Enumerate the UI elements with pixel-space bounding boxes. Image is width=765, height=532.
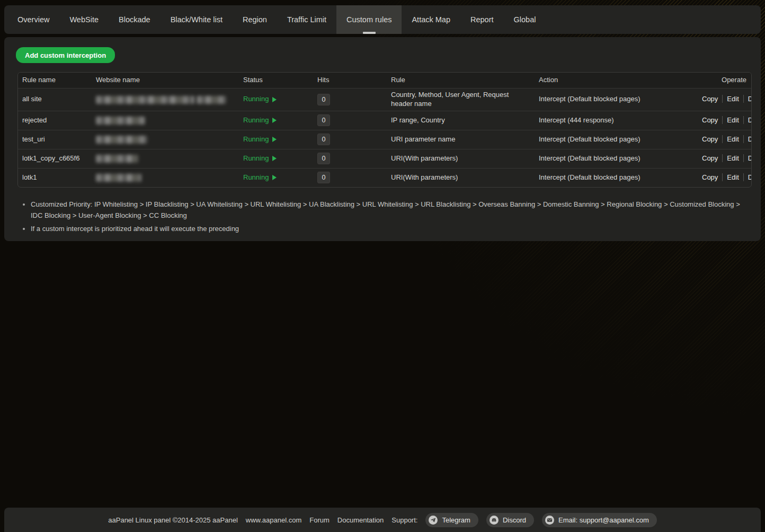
rule-name: lotk1_copy_c665f6 <box>18 152 92 165</box>
forum-link[interactable]: Forum <box>309 516 330 524</box>
notes-list: Customized Priority: IP Whitelisting > I… <box>13 199 752 235</box>
play-icon <box>272 97 277 102</box>
top-nav-bar: Overview WebSite Blockade Black/White li… <box>4 5 761 34</box>
col-header-action: Action <box>535 74 693 87</box>
rule-summary: IP range, Country <box>387 114 535 127</box>
rule-summary: URI(With parameters) <box>387 152 535 165</box>
website-name-redacted <box>92 133 239 146</box>
play-icon <box>272 137 277 142</box>
redacted-text-block <box>96 96 194 104</box>
tab-black-white-list[interactable]: Black/White list <box>161 5 233 34</box>
discord-icon <box>490 516 499 525</box>
custom-rules-panel: Add custom interception Rule name Websit… <box>4 37 761 241</box>
operate-cell: CopyEditDelete <box>693 93 752 106</box>
status-toggle[interactable]: Running <box>243 116 308 125</box>
note-priority-order: Customized Priority: IP Whitelisting > I… <box>31 199 752 221</box>
tab-label: Region <box>243 15 267 24</box>
operate-cell: CopyEditDelete <box>693 152 752 165</box>
status-toggle[interactable]: Running <box>243 173 308 182</box>
operate-cell: CopyEditDelete <box>693 133 752 146</box>
delete-button[interactable]: Delete <box>743 135 752 143</box>
documentation-link[interactable]: Documentation <box>337 516 384 524</box>
status-label: Running <box>243 135 269 144</box>
rule-summary: URI(With parameters) <box>387 171 535 184</box>
play-icon <box>272 156 277 161</box>
tab-report[interactable]: Report <box>460 5 504 34</box>
hits-badge: 0 <box>317 94 330 105</box>
telegram-button[interactable]: Telegram <box>425 513 478 527</box>
action-summary: Intercept (Default blocked pages) <box>535 152 693 165</box>
telegram-label: Telegram <box>442 516 470 524</box>
tab-global[interactable]: Global <box>504 5 546 34</box>
footer-bar: aaPanel Linux panel ©2014-2025 aaPanel w… <box>4 508 761 532</box>
tab-attack-map[interactable]: Attack Map <box>402 5 460 34</box>
discord-button[interactable]: Discord <box>486 513 534 527</box>
play-icon <box>272 175 277 180</box>
rule-summary: URI parameter name <box>387 133 535 146</box>
note-intercept-priority: If a custom intercept is prioritized ahe… <box>31 224 752 235</box>
website-name-redacted <box>92 152 239 165</box>
operate-cell: CopyEditDelete <box>693 171 752 184</box>
edit-button[interactable]: Edit <box>722 116 743 124</box>
tab-region[interactable]: Region <box>233 5 277 34</box>
copy-button[interactable]: Copy <box>698 116 722 124</box>
status-label: Running <box>243 154 269 163</box>
table-row: lotk1_copy_c665f6 Running 0 URI(With par… <box>18 149 751 168</box>
table-row: rejected Running 0 IP range, Country Int… <box>18 111 751 130</box>
tab-traffic-limit[interactable]: Traffic Limit <box>277 5 336 34</box>
tab-label: Attack Map <box>412 15 450 24</box>
tab-custom-rules[interactable]: Custom rules <box>336 5 402 34</box>
delete-button[interactable]: Delete <box>743 116 752 124</box>
edit-button[interactable]: Edit <box>722 95 743 103</box>
copyright-text: aaPanel Linux panel ©2014-2025 aaPanel <box>108 516 238 524</box>
action-summary: Intercept (Default blocked pages) <box>535 93 693 106</box>
play-icon <box>272 118 277 123</box>
status-toggle[interactable]: Running <box>243 154 308 163</box>
table-row: lotk1 Running 0 URI(With parameters) Int… <box>18 168 751 187</box>
hits-badge: 0 <box>317 134 330 145</box>
tab-label: Report <box>470 15 494 24</box>
hits-badge: 0 <box>317 153 330 164</box>
table-row: test_uri Running 0 URI parameter name In… <box>18 130 751 149</box>
copy-button[interactable]: Copy <box>698 154 722 162</box>
status-toggle[interactable]: Running <box>243 95 308 104</box>
tab-label: Blockade <box>119 15 150 24</box>
support-label: Support: <box>392 516 417 524</box>
rule-name: lotk1 <box>18 171 92 184</box>
rule-name: rejected <box>18 114 92 127</box>
redacted-text-block <box>96 136 147 144</box>
copy-button[interactable]: Copy <box>698 135 722 143</box>
edit-button[interactable]: Edit <box>722 135 743 143</box>
status-toggle[interactable]: Running <box>243 135 308 144</box>
delete-button[interactable]: Delete <box>743 95 752 103</box>
tab-website[interactable]: WebSite <box>59 5 109 34</box>
hits-badge: 0 <box>317 114 330 126</box>
action-summary: Intercept (Default blocked pages) <box>535 171 693 184</box>
tab-label: Traffic Limit <box>287 15 326 24</box>
tab-blockade[interactable]: Blockade <box>109 5 161 34</box>
status-label: Running <box>243 173 269 182</box>
copy-button[interactable]: Copy <box>698 95 722 103</box>
edit-button[interactable]: Edit <box>722 173 743 181</box>
operate-cell: CopyEditDelete <box>693 114 752 127</box>
col-header-hits: Hits <box>313 74 387 87</box>
rules-table: Rule name Website name Status Hits Rule … <box>17 72 752 188</box>
email-label: Email: support@aapanel.com <box>558 516 649 524</box>
add-custom-interception-button[interactable]: Add custom interception <box>16 47 115 63</box>
tab-overview[interactable]: Overview <box>7 5 59 34</box>
table-row: all site Running 0 Country, Method, User… <box>18 88 751 111</box>
hits-badge: 0 <box>317 172 330 183</box>
delete-button[interactable]: Delete <box>743 154 752 162</box>
edit-button[interactable]: Edit <box>722 154 743 162</box>
col-header-status: Status <box>239 74 313 87</box>
copy-button[interactable]: Copy <box>698 173 722 181</box>
website-name-redacted <box>92 93 239 106</box>
action-summary: Intercept (Default blocked pages) <box>535 133 693 146</box>
website-link[interactable]: www.aapanel.com <box>246 516 302 524</box>
website-name-redacted <box>92 171 239 184</box>
rule-summary: Country, Method, User Agent, Request hea… <box>387 88 535 111</box>
email-support-button[interactable]: Email: support@aapanel.com <box>542 513 657 527</box>
delete-button[interactable]: Delete <box>743 173 752 181</box>
redacted-text-block <box>96 155 138 163</box>
status-label: Running <box>243 95 269 104</box>
